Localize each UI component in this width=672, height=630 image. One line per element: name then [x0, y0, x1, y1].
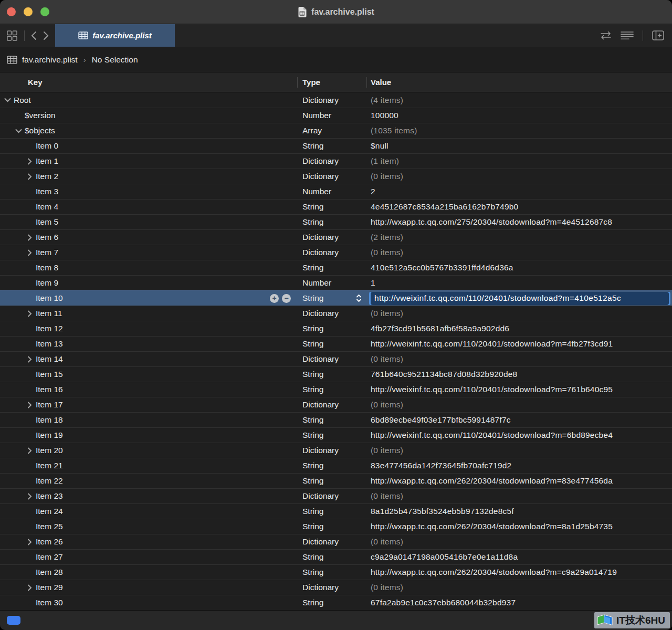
disclosure-chevron-icon[interactable]: [24, 310, 35, 317]
row-value-label: 410e512a5cc0b5767b3391ffd4d6d36a: [371, 263, 513, 272]
plist-row-item-5[interactable]: Item 5Stringhttp://wxapp.tc.qq.com/275/2…: [0, 214, 672, 229]
row-key-label: Item 30: [36, 598, 63, 607]
watermark-text: IT技术6HU: [616, 614, 665, 627]
disclosure-chevron-icon[interactable]: [24, 173, 35, 180]
breadcrumb-file[interactable]: fav.archive.plist: [22, 55, 78, 65]
plist-row--objects[interactable]: $objectsArray(1035 items): [0, 123, 672, 138]
filter-indicator-icon: [7, 616, 20, 625]
plist-row-item-29[interactable]: Item 29Dictionary(0 items): [0, 580, 672, 595]
plist-row-item-1[interactable]: Item 1Dictionary(1 item): [0, 153, 672, 169]
plist-row-item-19[interactable]: Item 19Stringhttp://vweixinf.tc.qq.com/1…: [0, 427, 672, 443]
disclosure-chevron-icon[interactable]: [24, 402, 35, 408]
value-edit-field[interactable]: http://vweixinf.tc.qq.com/110/20401/stod…: [371, 292, 669, 305]
plist-row-item-10[interactable]: Item 10+−Stringhttp://vweixinf.tc.qq.com…: [0, 290, 672, 306]
plist-row-item-25[interactable]: Item 25Stringhttp://wxapp.tc.qq.com/262/…: [0, 519, 672, 534]
toolbar-divider: [643, 30, 643, 41]
disclosure-chevron-icon[interactable]: [24, 234, 35, 241]
go-forward-icon[interactable]: [43, 31, 49, 40]
plist-row-item-0[interactable]: Item 0String$null: [0, 138, 672, 153]
disclosure-chevron-icon[interactable]: [24, 584, 35, 591]
disclosure-chevron-icon[interactable]: [24, 249, 35, 256]
tab-label: fav.archive.plist: [92, 31, 152, 40]
plist-row-item-26[interactable]: Item 26Dictionary(0 items): [0, 534, 672, 549]
row-type-label: Dictionary: [302, 537, 339, 547]
row-type-label: Dictionary: [302, 96, 339, 105]
row-type-label: Dictionary: [302, 156, 339, 166]
row-value-label: 2: [371, 187, 375, 196]
plist-row-item-4[interactable]: Item 4String4e4512687c8534a215ba6162b7b7…: [0, 199, 672, 214]
add-editor-icon[interactable]: [652, 30, 664, 40]
row-value-label: 67fa2ab9e1c0c37ebb680044b32bd937: [371, 598, 516, 607]
row-key-label: Item 5: [36, 217, 58, 227]
row-key-label: Item 8: [36, 263, 58, 272]
row-value-label: (0 items): [371, 248, 403, 257]
column-header-value[interactable]: Value: [366, 78, 672, 87]
plist-row-item-14[interactable]: Item 14Dictionary(0 items): [0, 351, 672, 366]
plist-row-item-20[interactable]: Item 20Dictionary(0 items): [0, 443, 672, 458]
type-popup-chevrons-icon[interactable]: [356, 294, 362, 302]
zoom-window-icon[interactable]: [40, 7, 49, 16]
plist-row-item-6[interactable]: Item 6Dictionary(2 items): [0, 229, 672, 245]
plist-row-item-21[interactable]: Item 21String83e477456da142f73645fb70afc…: [0, 458, 672, 473]
row-type-label: Number: [302, 111, 331, 120]
plist-row-item-3[interactable]: Item 3Number2: [0, 184, 672, 199]
row-type-label: String: [302, 568, 324, 577]
column-header-key[interactable]: Key: [0, 78, 297, 87]
close-window-icon[interactable]: [7, 7, 16, 16]
row-value-label: (1035 items): [371, 126, 417, 135]
disclosure-chevron-icon[interactable]: [24, 493, 35, 500]
row-type-label[interactable]: String: [302, 293, 324, 303]
plist-row-item-17[interactable]: Item 17Dictionary(0 items): [0, 397, 672, 412]
plist-row-item-18[interactable]: Item 18String6bd89ecbe49f03e177bfbc59914…: [0, 412, 672, 427]
row-key-label: Item 15: [36, 370, 63, 379]
row-type-label: String: [302, 476, 324, 486]
disclosure-chevron-icon[interactable]: [24, 539, 35, 545]
disclosure-chevron-icon[interactable]: [2, 97, 13, 103]
row-key-label: $version: [25, 111, 56, 120]
plist-row--version[interactable]: $versionNumber100000: [0, 108, 672, 123]
plist-row-item-13[interactable]: Item 13Stringhttp://vweixinf.tc.qq.com/1…: [0, 336, 672, 351]
row-value-label: http://wxapp.tc.qq.com/262/20304/stodown…: [371, 476, 613, 486]
row-key-label: Item 7: [36, 248, 58, 257]
plist-row-item-15[interactable]: Item 15String761b640c9521134bc87d08d32b9…: [0, 366, 672, 382]
document-proxy-icon[interactable]: [298, 7, 307, 17]
column-resize-handle[interactable]: [297, 77, 298, 88]
row-type-label: String: [302, 552, 324, 562]
disclosure-chevron-icon[interactable]: [24, 447, 35, 454]
plist-row-item-2[interactable]: Item 2Dictionary(0 items): [0, 169, 672, 184]
code-review-icon[interactable]: [600, 31, 612, 40]
plist-row-item-23[interactable]: Item 23Dictionary(0 items): [0, 488, 672, 503]
tab-fav-archive-plist[interactable]: fav.archive.plist: [55, 24, 175, 47]
plist-row-item-30[interactable]: Item 30String67fa2ab9e1c0c37ebb680044b32…: [0, 595, 672, 610]
plist-row-item-12[interactable]: Item 12String4fb27f3cd91b5681afb6f58a9a9…: [0, 321, 672, 336]
plist-outline-table: RootDictionary(4 items)$versionNumber100…: [0, 92, 672, 610]
plist-row-item-22[interactable]: Item 22Stringhttp://wxapp.tc.qq.com/262/…: [0, 473, 672, 488]
remove-row-icon[interactable]: −: [282, 294, 291, 303]
plist-row-item-7[interactable]: Item 7Dictionary(0 items): [0, 245, 672, 260]
row-type-label: Array: [302, 126, 322, 135]
adjust-editor-options-icon[interactable]: [621, 31, 634, 40]
row-type-label: String: [302, 370, 324, 379]
add-row-icon[interactable]: +: [270, 294, 279, 303]
disclosure-chevron-icon[interactable]: [13, 128, 24, 134]
plist-row-item-24[interactable]: Item 24String8a1d25b4735bf3524eb5b97132d…: [0, 503, 672, 519]
plist-row-item-27[interactable]: Item 27Stringc9a29a0147198a005416b7e0e1a…: [0, 549, 672, 564]
plist-row-item-11[interactable]: Item 11Dictionary(0 items): [0, 306, 672, 321]
minimize-window-icon[interactable]: [24, 7, 33, 16]
row-key-label: Item 18: [36, 415, 63, 425]
disclosure-chevron-icon[interactable]: [24, 158, 35, 165]
plist-row-item-16[interactable]: Item 16Stringhttp://vweixinf.tc.qq.com/1…: [0, 382, 672, 397]
plist-row-item-28[interactable]: Item 28Stringhttp://wxapp.tc.qq.com/262/…: [0, 564, 672, 580]
column-resize-handle[interactable]: [366, 77, 367, 88]
column-header-type[interactable]: Type: [297, 78, 366, 87]
plist-row-root[interactable]: RootDictionary(4 items): [0, 92, 672, 108]
plist-row-item-9[interactable]: Item 9Number1: [0, 275, 672, 290]
disclosure-chevron-icon[interactable]: [24, 356, 35, 363]
plist-row-item-8[interactable]: Item 8String410e512a5cc0b5767b3391ffd4d6…: [0, 260, 672, 275]
row-type-label: String: [302, 461, 324, 470]
related-items-icon[interactable]: [6, 30, 18, 41]
go-back-icon[interactable]: [31, 31, 37, 40]
breadcrumb-selection[interactable]: No Selection: [92, 55, 138, 65]
row-type-label: Dictionary: [302, 172, 339, 181]
row-value-label: (0 items): [371, 446, 403, 455]
